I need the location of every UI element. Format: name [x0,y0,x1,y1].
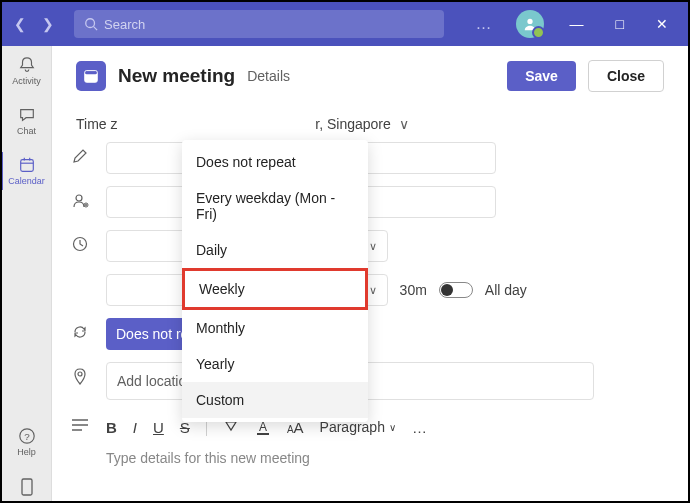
more-menu[interactable]: … [468,15,502,33]
help-icon: ? [18,427,36,445]
window-close[interactable]: ✕ [644,16,680,32]
location-icon [72,362,92,386]
nav-back[interactable]: ❮ [10,16,30,32]
chevron-down-icon: ∨ [389,422,396,433]
page-title: New meeting [118,65,235,87]
sidebar-label: Calendar [8,176,45,186]
description-icon [72,412,92,432]
allday-toggle[interactable] [439,282,473,298]
svg-text:A: A [259,420,267,434]
underline-button[interactable]: U [153,419,164,436]
meeting-form: New meeting Details Save Close Time z r,… [52,46,688,501]
repeat-option-custom[interactable]: Custom [182,382,368,418]
repeat-options-menu: Does not repeat Every weekday (Mon - Fri… [182,140,368,422]
sidebar-item-chat[interactable]: Chat [2,102,51,140]
calendar-badge-icon [76,61,106,91]
repeat-option-weekday[interactable]: Every weekday (Mon - Fri) [182,180,368,232]
svg-point-18 [78,372,82,376]
app-sidebar: Activity Chat Calendar ? Help [2,46,52,501]
bell-icon [18,56,36,74]
chevron-down-icon: ∨ [369,240,377,253]
chevron-down-icon: ∨ [369,284,377,297]
pencil-icon [72,142,92,164]
svg-rect-3 [20,160,33,172]
timezone-prefix: Time z [76,116,117,132]
repeat-option-yearly[interactable]: Yearly [182,346,368,382]
details-tab[interactable]: Details [247,68,290,84]
timezone-suffix: r, Singapore [315,116,391,132]
window-maximize[interactable]: □ [604,16,636,32]
sidebar-item-calendar[interactable]: Calendar [1,152,50,190]
chat-icon [18,106,36,124]
sidebar-label: Help [17,447,36,457]
window-minimize[interactable]: — [558,16,596,32]
search-input[interactable] [104,17,434,32]
sidebar-label: Activity [12,76,41,86]
allday-label: All day [485,282,527,298]
chevron-down-icon: ∨ [399,116,409,132]
sidebar-item-device[interactable] [2,473,51,501]
sidebar-label: Chat [17,126,36,136]
device-icon [20,477,34,497]
bold-button[interactable]: B [106,419,117,436]
sidebar-item-activity[interactable]: Activity [2,52,51,90]
people-icon [72,186,92,210]
clock-icon [72,230,92,252]
svg-point-13 [76,195,82,201]
svg-text:?: ? [24,431,30,442]
save-button[interactable]: Save [507,61,576,91]
search-box[interactable] [74,10,444,38]
avatar[interactable] [516,10,544,38]
title-bar: ❮ ❯ … — □ ✕ [2,2,688,46]
svg-rect-11 [85,71,98,75]
repeat-option-weekly[interactable]: Weekly [182,268,368,310]
repeat-option-daily[interactable]: Daily [182,232,368,268]
svg-point-2 [527,19,532,24]
calendar-icon [18,156,36,174]
svg-point-0 [86,19,95,28]
details-textarea[interactable]: Type details for this new meeting [106,442,664,466]
nav-forward[interactable]: ❯ [38,16,58,32]
repeat-icon [72,318,92,340]
sidebar-item-help[interactable]: ? Help [2,423,51,461]
timezone-row[interactable]: Time z r, Singapore ∨ [76,110,664,142]
duration-label: 30m [400,282,427,298]
person-icon [523,17,537,31]
svg-rect-9 [22,479,32,495]
svg-line-1 [94,27,98,31]
close-button[interactable]: Close [588,60,664,92]
repeat-option-monthly[interactable]: Monthly [182,310,368,346]
repeat-option-none[interactable]: Does not repeat [182,144,368,180]
search-icon [84,17,98,31]
italic-button[interactable]: I [133,419,137,436]
more-format-button[interactable]: … [412,419,427,436]
